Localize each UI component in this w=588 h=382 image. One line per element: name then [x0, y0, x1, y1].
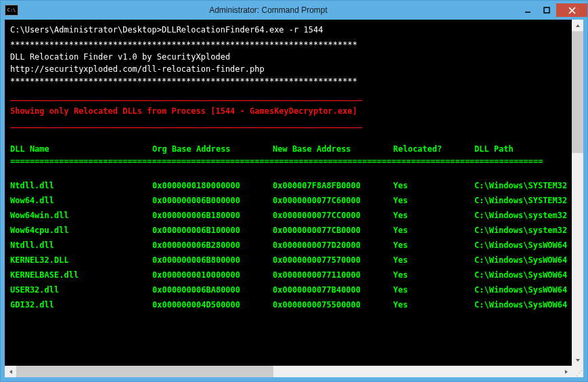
cell-relocated: Yes [393, 179, 474, 192]
cell-org-base: 0x000000006B800000 [152, 254, 273, 266]
header-org-base: Org Base Address [152, 143, 273, 155]
close-button[interactable] [556, 3, 587, 17]
header-new-base: New Base Address [273, 143, 393, 155]
cell-new-base: 0x0000000077570000 [273, 254, 393, 266]
cell-dll-name: KERNELBASE.dll [10, 269, 152, 281]
cell-dll-path: C:\Windows\SysWOW64 [474, 299, 572, 311]
cell-relocated: Yes [393, 194, 474, 207]
window-controls [518, 3, 587, 17]
cell-dll-path: C:\Windows\SysWOW64 [474, 239, 572, 251]
horizontal-scrollbar[interactable]: ⋰ [5, 366, 583, 377]
cell-new-base: 0x0000000077CC0000 [273, 209, 393, 221]
header-dll-path: DLL Path [474, 143, 572, 155]
status-text: Showing only Relocated DLLs from Process… [10, 105, 572, 117]
table-row: Wow64win.dll0x000000006B1800000x00000000… [10, 209, 572, 221]
cell-dll-path: C:\Windows\system32 [474, 209, 572, 221]
banner-stars-bottom: ****************************************… [10, 75, 572, 87]
console-output[interactable]: C:\Users\Administrator\Desktop>DLLReloca… [5, 20, 572, 366]
svg-rect-1 [544, 7, 549, 13]
header-divider: ========================================… [10, 155, 572, 167]
app-icon: C:\ [5, 5, 18, 16]
red-underline-bottom: ________________________________________… [10, 117, 572, 129]
svg-marker-4 [576, 24, 580, 27]
titlebar: C:\ Administrator: Command Prompt [1, 1, 587, 20]
cell-org-base: 0x000000006B000000 [152, 194, 273, 207]
table-row: KERNEL32.DLL0x000000006B8000000x00000000… [10, 254, 572, 266]
cell-relocated: Yes [393, 254, 474, 266]
cell-dll-path: C:\Windows\SYSTEM32 [474, 179, 572, 192]
table-row: USER32.dll0x000000006BA800000x0000000077… [10, 284, 572, 296]
table-headers: DLL Name Org Base Address New Base Addre… [10, 143, 572, 155]
cell-dll-name: USER32.dll [10, 284, 152, 296]
cell-org-base: 0x0000000180000000 [152, 179, 273, 192]
cell-new-base: 0x0000000077B40000 [273, 284, 393, 296]
vertical-scrollbar[interactable] [572, 20, 583, 366]
cell-dll-path: C:\Windows\SysWOW64 [474, 254, 572, 266]
header-dll-name: DLL Name [10, 143, 152, 155]
cell-relocated: Yes [393, 299, 474, 311]
banner-line1: DLL Relocation Finder v1.0 by SecurityXp… [10, 51, 572, 63]
table-row: Wow64.dll0x000000006B0000000x0000000077C… [10, 194, 572, 207]
banner-stars-top: ****************************************… [10, 39, 572, 51]
red-underline-top: ________________________________________… [10, 90, 572, 102]
cell-relocated: Yes [393, 224, 474, 236]
cell-new-base: 0x0000000077CB0000 [273, 224, 393, 236]
cell-new-base: 0x0000000077D20000 [273, 239, 393, 251]
hscroll-thumb[interactable] [16, 366, 273, 377]
table-row: Ntdll.dll0x00000001800000000x000007F8A8F… [10, 179, 572, 192]
scroll-down-arrow[interactable] [572, 354, 583, 366]
cell-dll-path: C:\Windows\SysWOW64 [474, 269, 572, 281]
svg-marker-7 [565, 370, 568, 374]
vscroll-thumb[interactable] [572, 31, 583, 153]
maximize-button[interactable] [537, 3, 556, 17]
cell-dll-path: C:\Windows\system32 [474, 224, 572, 236]
cell-dll-name: Wow64.dll [10, 194, 152, 207]
cell-org-base: 0x0000000010000000 [152, 269, 273, 281]
cell-new-base: 0x0000000077C60000 [273, 194, 393, 207]
banner-line2: http://securityxploded.com/dll-relocatio… [10, 63, 572, 75]
header-relocated: Relocated? [393, 143, 474, 155]
cell-relocated: Yes [393, 209, 474, 221]
scroll-left-arrow[interactable] [5, 366, 16, 377]
vscroll-track[interactable] [572, 31, 583, 354]
cell-dll-path: C:\Windows\SysWOW64 [474, 284, 572, 296]
cell-new-base: 0x0000000077110000 [273, 269, 393, 281]
cell-org-base: 0x000000004D500000 [152, 299, 273, 311]
cell-dll-name: Wow64cpu.dll [10, 224, 152, 236]
cell-org-base: 0x000000006B280000 [152, 239, 273, 251]
hscroll-track[interactable] [16, 366, 560, 377]
cell-dll-name: KERNEL32.DLL [10, 254, 152, 266]
cell-org-base: 0x000000006B180000 [152, 209, 273, 221]
cell-dll-name: Ntdll.dll [10, 179, 152, 192]
cell-org-base: 0x000000006B100000 [152, 224, 273, 236]
cell-relocated: Yes [393, 284, 474, 296]
scroll-up-arrow[interactable] [572, 20, 583, 31]
scroll-right-arrow[interactable] [560, 366, 572, 377]
resize-grip[interactable]: ⋰ [572, 366, 583, 377]
cell-new-base: 0x000007F8A8FB0000 [273, 179, 393, 192]
prompt-path: C:\Users\Administrator\Desktop> [10, 24, 162, 36]
svg-marker-5 [576, 359, 580, 362]
table-row: KERNELBASE.dll0x00000000100000000x000000… [10, 269, 572, 281]
minimize-button[interactable] [518, 3, 537, 17]
table-row: Ntdll.dll0x000000006B2800000x0000000077D… [10, 239, 572, 251]
cell-dll-path: C:\Windows\SYSTEM32 [474, 194, 572, 207]
prompt-command: DLLRelocationFinder64.exe -r 1544 [162, 24, 323, 36]
cell-relocated: Yes [393, 239, 474, 251]
svg-marker-6 [9, 370, 12, 374]
prompt-line: C:\Users\Administrator\Desktop>DLLReloca… [10, 24, 572, 36]
window-title: Administrator: Command Prompt [18, 5, 518, 15]
table-row: GDI32.dll0x000000004D5000000x00000000755… [10, 299, 572, 311]
cell-org-base: 0x000000006BA80000 [152, 284, 273, 296]
cell-dll-name: GDI32.dll [10, 299, 152, 311]
cell-dll-name: Wow64win.dll [10, 209, 152, 221]
table-row: Wow64cpu.dll0x000000006B1000000x00000000… [10, 224, 572, 236]
cell-relocated: Yes [393, 269, 474, 281]
cell-dll-name: Ntdll.dll [10, 239, 152, 251]
cell-new-base: 0x0000000075500000 [273, 299, 393, 311]
console-area: C:\Users\Administrator\Desktop>DLLReloca… [5, 20, 583, 366]
